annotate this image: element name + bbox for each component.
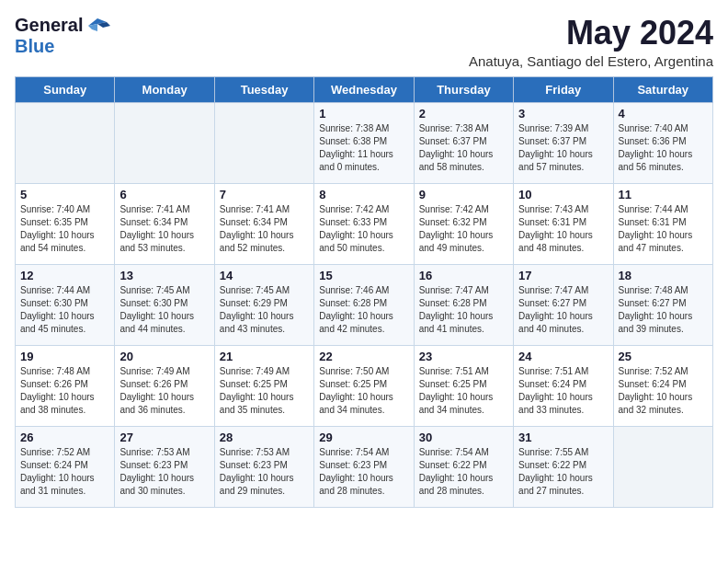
day-info: Sunrise: 7:52 AM Sunset: 6:24 PM Dayligh… [20, 446, 109, 498]
calendar-cell: 8Sunrise: 7:42 AM Sunset: 6:33 PM Daylig… [314, 183, 414, 264]
day-info: Sunrise: 7:53 AM Sunset: 6:23 PM Dayligh… [119, 446, 209, 498]
calendar-cell: 9Sunrise: 7:42 AM Sunset: 6:32 PM Daylig… [414, 183, 513, 264]
calendar-cell: 10Sunrise: 7:43 AM Sunset: 6:31 PM Dayli… [514, 183, 613, 264]
logo-bird-icon [85, 17, 110, 35]
day-info: Sunrise: 7:42 AM Sunset: 6:32 PM Dayligh… [419, 203, 508, 255]
day-number: 4 [619, 107, 708, 121]
day-number: 6 [119, 188, 209, 201]
day-number: 23 [419, 350, 508, 363]
month-title: May 2024 [469, 15, 713, 52]
day-number: 24 [518, 350, 608, 363]
page-header: General Blue May 2024 Anatuya, Santiago … [15, 15, 713, 69]
day-number: 19 [20, 350, 109, 363]
day-info: Sunrise: 7:42 AM Sunset: 6:33 PM Dayligh… [319, 203, 408, 255]
calendar-cell [115, 102, 214, 183]
day-number: 18 [619, 269, 708, 282]
calendar-cell: 27Sunrise: 7:53 AM Sunset: 6:23 PM Dayli… [115, 426, 214, 507]
day-info: Sunrise: 7:44 AM Sunset: 6:31 PM Dayligh… [619, 203, 708, 255]
calendar-cell: 18Sunrise: 7:48 AM Sunset: 6:27 PM Dayli… [613, 264, 712, 345]
calendar-cell: 22Sunrise: 7:50 AM Sunset: 6:25 PM Dayli… [314, 345, 414, 426]
title-section: May 2024 Anatuya, Santiago del Estero, A… [469, 15, 713, 69]
day-info: Sunrise: 7:53 AM Sunset: 6:23 PM Dayligh… [220, 446, 309, 498]
calendar-cell: 5Sunrise: 7:40 AM Sunset: 6:35 PM Daylig… [16, 183, 115, 264]
day-info: Sunrise: 7:45 AM Sunset: 6:30 PM Dayligh… [119, 284, 209, 336]
day-info: Sunrise: 7:54 AM Sunset: 6:22 PM Dayligh… [419, 446, 508, 498]
day-number: 28 [220, 431, 309, 444]
day-number: 17 [518, 269, 608, 282]
calendar-cell: 7Sunrise: 7:41 AM Sunset: 6:34 PM Daylig… [214, 183, 313, 264]
day-number: 9 [419, 188, 508, 201]
day-info: Sunrise: 7:40 AM Sunset: 6:36 PM Dayligh… [619, 122, 708, 174]
day-number: 20 [119, 350, 209, 363]
day-number: 29 [319, 431, 408, 444]
day-info: Sunrise: 7:54 AM Sunset: 6:23 PM Dayligh… [319, 446, 408, 498]
day-info: Sunrise: 7:41 AM Sunset: 6:34 PM Dayligh… [220, 203, 309, 255]
location-subtitle: Anatuya, Santiago del Estero, Argentina [469, 53, 713, 69]
day-number: 16 [419, 269, 508, 282]
day-number: 25 [619, 350, 708, 363]
calendar-cell: 19Sunrise: 7:48 AM Sunset: 6:26 PM Dayli… [16, 345, 115, 426]
day-number: 8 [319, 188, 408, 201]
day-info: Sunrise: 7:38 AM Sunset: 6:38 PM Dayligh… [319, 122, 408, 174]
calendar-week-row: 26Sunrise: 7:52 AM Sunset: 6:24 PM Dayli… [16, 426, 713, 507]
day-info: Sunrise: 7:49 AM Sunset: 6:26 PM Dayligh… [119, 365, 209, 417]
calendar-cell: 26Sunrise: 7:52 AM Sunset: 6:24 PM Dayli… [16, 426, 115, 507]
calendar-cell [16, 102, 115, 183]
day-info: Sunrise: 7:41 AM Sunset: 6:34 PM Dayligh… [119, 203, 209, 255]
day-number: 10 [518, 188, 608, 201]
day-header-sunday: Sunday [16, 76, 115, 102]
day-info: Sunrise: 7:45 AM Sunset: 6:29 PM Dayligh… [220, 284, 309, 336]
day-number: 2 [419, 107, 508, 121]
calendar-cell [613, 426, 712, 507]
day-header-monday: Monday [115, 76, 214, 102]
calendar-cell: 4Sunrise: 7:40 AM Sunset: 6:36 PM Daylig… [613, 102, 712, 183]
day-number: 7 [220, 188, 309, 201]
calendar-body: 1Sunrise: 7:38 AM Sunset: 6:38 PM Daylig… [16, 102, 713, 507]
calendar-table: SundayMondayTuesdayWednesdayThursdayFrid… [15, 76, 713, 508]
calendar-cell: 23Sunrise: 7:51 AM Sunset: 6:25 PM Dayli… [414, 345, 513, 426]
calendar-cell: 6Sunrise: 7:41 AM Sunset: 6:34 PM Daylig… [115, 183, 214, 264]
day-info: Sunrise: 7:40 AM Sunset: 6:35 PM Dayligh… [20, 203, 109, 255]
day-header-saturday: Saturday [613, 76, 712, 102]
logo-general: General [15, 15, 83, 36]
day-info: Sunrise: 7:47 AM Sunset: 6:28 PM Dayligh… [419, 284, 508, 336]
day-number: 13 [119, 269, 209, 282]
logo-blue: Blue [15, 36, 54, 57]
calendar-week-row: 5Sunrise: 7:40 AM Sunset: 6:35 PM Daylig… [16, 183, 713, 264]
calendar-cell: 17Sunrise: 7:47 AM Sunset: 6:27 PM Dayli… [514, 264, 613, 345]
calendar-cell: 30Sunrise: 7:54 AM Sunset: 6:22 PM Dayli… [414, 426, 513, 507]
day-number: 1 [319, 107, 408, 121]
day-header-friday: Friday [514, 76, 613, 102]
day-number: 31 [518, 431, 608, 444]
day-number: 22 [319, 350, 408, 363]
calendar-cell: 13Sunrise: 7:45 AM Sunset: 6:30 PM Dayli… [115, 264, 214, 345]
calendar-cell: 16Sunrise: 7:47 AM Sunset: 6:28 PM Dayli… [414, 264, 513, 345]
calendar-week-row: 12Sunrise: 7:44 AM Sunset: 6:30 PM Dayli… [16, 264, 713, 345]
calendar-cell: 20Sunrise: 7:49 AM Sunset: 6:26 PM Dayli… [115, 345, 214, 426]
day-info: Sunrise: 7:38 AM Sunset: 6:37 PM Dayligh… [419, 122, 508, 174]
day-number: 3 [518, 107, 608, 121]
day-info: Sunrise: 7:43 AM Sunset: 6:31 PM Dayligh… [518, 203, 608, 255]
day-header-thursday: Thursday [414, 76, 513, 102]
calendar-header-row: SundayMondayTuesdayWednesdayThursdayFrid… [16, 76, 713, 102]
day-info: Sunrise: 7:48 AM Sunset: 6:26 PM Dayligh… [20, 365, 109, 417]
day-header-tuesday: Tuesday [214, 76, 313, 102]
day-info: Sunrise: 7:46 AM Sunset: 6:28 PM Dayligh… [319, 284, 408, 336]
day-number: 5 [20, 188, 109, 201]
day-number: 27 [119, 431, 209, 444]
day-info: Sunrise: 7:51 AM Sunset: 6:25 PM Dayligh… [419, 365, 508, 417]
calendar-cell: 2Sunrise: 7:38 AM Sunset: 6:37 PM Daylig… [414, 102, 513, 183]
calendar-cell: 15Sunrise: 7:46 AM Sunset: 6:28 PM Dayli… [314, 264, 414, 345]
calendar-cell: 12Sunrise: 7:44 AM Sunset: 6:30 PM Dayli… [16, 264, 115, 345]
calendar-cell: 28Sunrise: 7:53 AM Sunset: 6:23 PM Dayli… [214, 426, 313, 507]
calendar-cell: 3Sunrise: 7:39 AM Sunset: 6:37 PM Daylig… [514, 102, 613, 183]
calendar-cell: 25Sunrise: 7:52 AM Sunset: 6:24 PM Dayli… [613, 345, 712, 426]
calendar-cell: 31Sunrise: 7:55 AM Sunset: 6:22 PM Dayli… [514, 426, 613, 507]
day-info: Sunrise: 7:48 AM Sunset: 6:27 PM Dayligh… [619, 284, 708, 336]
day-number: 15 [319, 269, 408, 282]
calendar-cell: 11Sunrise: 7:44 AM Sunset: 6:31 PM Dayli… [613, 183, 712, 264]
day-number: 11 [619, 188, 708, 201]
day-number: 30 [419, 431, 508, 444]
calendar-cell: 21Sunrise: 7:49 AM Sunset: 6:25 PM Dayli… [214, 345, 313, 426]
day-number: 14 [220, 269, 309, 282]
